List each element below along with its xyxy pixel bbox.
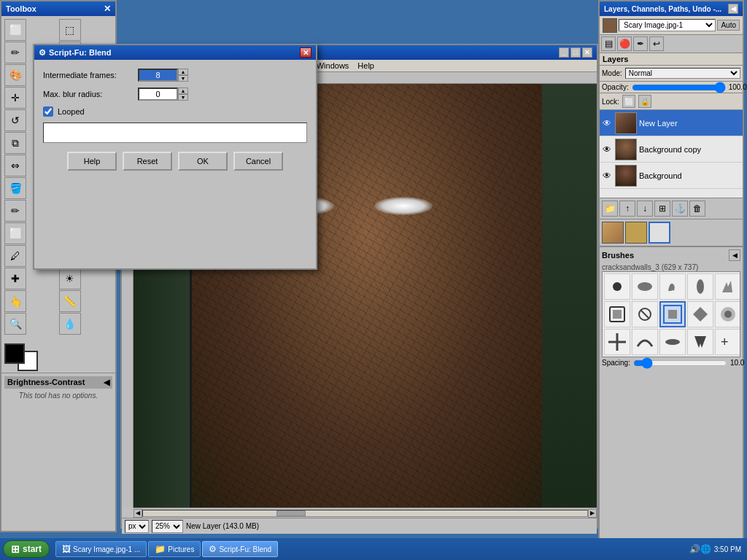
tool-smudge[interactable]: 👆	[4, 290, 26, 312]
unit-selector[interactable]: px	[125, 520, 149, 533]
tool-options-panel: Brightness-Contrast ◀ This tool has no o…	[1, 373, 115, 405]
taskbar-item-scary-image[interactable]: 🖼 Scary Image.jpg-1 ...	[55, 541, 147, 557]
brush-item-6[interactable]	[604, 301, 630, 327]
delete-layer-btn[interactable]: 🗑	[689, 201, 705, 217]
sf-spin-down-1[interactable]: ▼	[178, 75, 188, 82]
sf-intermediate-frames-input[interactable]	[138, 69, 178, 82]
scriptfu-close-btn[interactable]: ✕	[300, 47, 311, 58]
lock-alpha-btn[interactable]: 🔒	[638, 95, 651, 108]
duplicate-layer-btn[interactable]: ⊞	[654, 201, 670, 217]
svg-point-10	[724, 311, 732, 318]
gimp-minimize-btn[interactable]: _	[559, 47, 569, 58]
spacing-slider[interactable]	[633, 360, 727, 366]
opacity-slider[interactable]	[632, 85, 726, 90]
brush-item-9[interactable]	[687, 301, 713, 327]
sf-spin-up-2[interactable]: ▲	[178, 88, 188, 94]
layers-panel-btn[interactable]: ◀	[728, 4, 738, 14]
spacing-value: 10.0	[730, 359, 744, 367]
move-layer-down-btn[interactable]: ↓	[637, 201, 653, 217]
tool-ink[interactable]: 🖊	[4, 245, 26, 267]
new-layer-group-btn[interactable]: 📁	[602, 201, 618, 217]
gimp-scrollbar-h[interactable]: ◀ ▶	[133, 508, 597, 518]
toolbox-colors	[1, 341, 115, 367]
sf-blur-radius-input[interactable]	[138, 88, 178, 101]
sf-cancel-button[interactable]: Cancel	[233, 152, 283, 171]
brush-item-12[interactable]	[632, 329, 658, 355]
scroll-thumb-h[interactable]	[276, 510, 306, 516]
foreground-color-swatch[interactable]	[4, 343, 25, 364]
tool-shear[interactable]: ⧉	[4, 132, 26, 154]
scroll-left-btn[interactable]: ◀	[133, 509, 142, 518]
brush-item-4[interactable]	[687, 273, 713, 300]
scroll-track-h[interactable]	[142, 510, 588, 517]
taskbar-item-icon-3: ⚙	[209, 544, 217, 554]
brush-item-5[interactable]	[715, 273, 740, 300]
sf-blur-radius-input-wrapper: ▲ ▼	[138, 88, 188, 101]
layer-item-background[interactable]: 👁 Background	[600, 163, 743, 189]
layer-item-bg-copy[interactable]: 👁 Background copy	[600, 136, 743, 163]
brush-item-15[interactable]: +	[715, 329, 740, 355]
start-button[interactable]: ⊞ start	[3, 540, 50, 558]
tool-dodge-burn[interactable]: ☀	[59, 268, 81, 289]
layers-tab-layers[interactable]: ▤	[601, 36, 616, 51]
tool-eraser[interactable]: ⬜	[4, 222, 26, 244]
color-swatch-1[interactable]	[602, 222, 624, 244]
anchor-layer-btn[interactable]: ⚓	[672, 201, 688, 217]
taskbar-item-pictures[interactable]: 📁 Pictures	[148, 541, 201, 557]
sf-intermediate-frames-label: Intermediate frames:	[43, 71, 138, 79]
color-swatch-3[interactable]	[649, 222, 670, 244]
layer-visibility-eye-1[interactable]: 👁	[601, 117, 613, 129]
tool-pencil[interactable]: ✏	[4, 200, 26, 222]
tool-options-collapse-btn[interactable]: ◀	[104, 378, 109, 387]
tool-measure[interactable]: 📏	[59, 290, 81, 312]
tool-rotate[interactable]: ↺	[4, 109, 26, 131]
mode-dropdown[interactable]: Normal	[625, 68, 740, 79]
svg-point-2	[697, 279, 704, 294]
brush-item-14[interactable]	[687, 329, 713, 355]
layer-item-new-layer[interactable]: 👁 New Layer	[600, 110, 743, 136]
brush-item-2[interactable]	[632, 273, 658, 300]
tool-ellipse-select[interactable]: ⬚	[59, 19, 81, 41]
tool-zoom[interactable]: 🔍	[4, 313, 26, 335]
scroll-right-btn[interactable]: ▶	[588, 509, 597, 518]
tool-flip[interactable]: ⇔	[4, 155, 26, 176]
layers-tab-channels[interactable]: 🔴	[617, 36, 632, 51]
sf-ok-button[interactable]: OK	[178, 152, 228, 171]
sf-spin-up-1[interactable]: ▲	[178, 69, 188, 75]
sf-reset-button[interactable]: Reset	[123, 152, 172, 171]
brush-item-3[interactable]	[659, 273, 686, 300]
layers-tab-undo[interactable]: ↩	[649, 36, 664, 51]
toolbox-close-btn[interactable]: ✕	[104, 4, 111, 14]
lock-pixels-btn[interactable]: ⬜	[622, 95, 635, 108]
gimp-maximize-btn[interactable]: □	[570, 47, 581, 58]
layer-visibility-eye-2[interactable]: 👁	[601, 144, 613, 155]
tool-move[interactable]: ✛	[4, 87, 26, 109]
sf-help-button[interactable]: Help	[67, 152, 117, 171]
tool-rect-select[interactable]: ⬜	[4, 19, 26, 41]
image-name-dropdown[interactable]: Scary Image.jpg-1	[619, 19, 716, 31]
brush-item-11[interactable]	[604, 329, 630, 355]
layer-visibility-eye-3[interactable]: 👁	[601, 170, 613, 182]
tool-color-picker[interactable]: 💧	[59, 313, 81, 335]
menu-windows[interactable]: Windows	[312, 61, 354, 71]
brush-item-1[interactable]	[604, 273, 630, 300]
brush-item-7[interactable]	[632, 301, 658, 327]
sf-looped-checkbox[interactable]	[43, 106, 53, 117]
auto-button[interactable]: Auto	[717, 20, 740, 31]
brushes-panel-btn[interactable]: ◀	[729, 249, 740, 261]
move-layer-up-btn[interactable]: ↑	[619, 201, 635, 217]
sf-spin-down-2[interactable]: ▼	[178, 94, 188, 101]
taskbar-item-scriptfu[interactable]: ⚙ Script-Fu: Blend	[202, 541, 278, 557]
zoom-selector[interactable]: 25%	[152, 520, 183, 533]
brush-item-13[interactable]	[659, 329, 686, 355]
gimp-close-btn[interactable]: ✕	[582, 47, 592, 58]
tool-select-by-color[interactable]: 🎨	[4, 64, 26, 86]
layers-tab-paths[interactable]: ✒	[633, 36, 648, 51]
tool-free-select[interactable]: ✏	[4, 42, 26, 63]
brush-item-selected[interactable]	[659, 301, 686, 327]
brush-item-10[interactable]	[715, 301, 740, 327]
color-swatch-2[interactable]	[625, 222, 647, 244]
tool-heal[interactable]: ✚	[4, 268, 26, 289]
tool-bucket-fill[interactable]: 🪣	[4, 177, 26, 199]
menu-help[interactable]: Help	[353, 61, 379, 71]
